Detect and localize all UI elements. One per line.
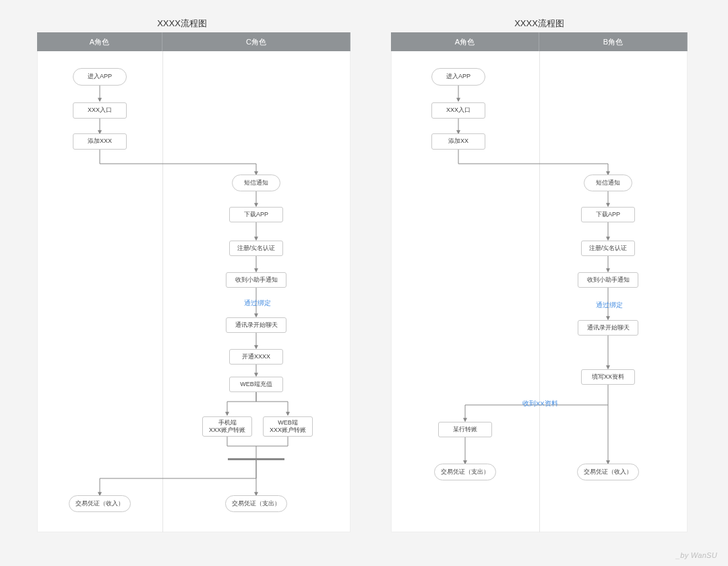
r-assistant: 收到小助手通知: [578, 272, 638, 288]
r-entry: XXX入口: [431, 102, 485, 119]
r-transfer: 某行转账: [438, 422, 492, 437]
l-topup: WEB端充值: [229, 377, 283, 392]
l-join-bar: [228, 458, 284, 460]
l-receipt-in: 交易凭证（收入）: [69, 495, 131, 512]
l-open: 开通XXXX: [229, 349, 283, 365]
r-lbl-recv: 收到XX资料: [522, 400, 558, 408]
watermark: _by WanSU: [676, 551, 717, 559]
r-register: 注册/实名认证: [581, 241, 635, 256]
r-download: 下载APP: [581, 207, 635, 222]
l-assistant: 收到小助手通知: [226, 272, 286, 288]
l-web-l1: WEB端: [278, 419, 298, 427]
left-title: XXXX流程图: [115, 18, 249, 30]
l-entry: XXX入口: [73, 102, 127, 119]
l-phone-l2: XXX账户转账: [209, 427, 245, 434]
l-receipt-out: 交易凭证（支出）: [225, 495, 287, 512]
l-phone: 手机端 XXX账户转账: [202, 416, 252, 437]
left-col-a: A角色: [37, 32, 162, 51]
r-receipt-out: 交易凭证（支出）: [434, 464, 496, 480]
r-receipt-in: 交易凭证（收入）: [577, 464, 639, 480]
right-col-b: B角色: [539, 32, 688, 51]
right-separator: [539, 51, 540, 532]
l-register: 注册/实名认证: [229, 241, 283, 256]
r-lbl-bind: 通过绑定: [596, 301, 623, 310]
left-col-c: C角色: [162, 32, 351, 51]
l-web: WEB端 XXX账户转账: [263, 416, 313, 437]
right-col-a: A角色: [391, 32, 539, 51]
diagram-canvas: XXXX流程图 A角色 C角色: [0, 0, 728, 566]
l-web-l2: XXX账户转账: [270, 427, 306, 434]
r-contacts: 通讯录开始聊天: [578, 320, 638, 336]
r-sms: 短信通知: [584, 175, 632, 191]
l-lbl-bind: 通过绑定: [244, 299, 271, 308]
r-enter: 进入APP: [431, 68, 485, 86]
l-download: 下载APP: [229, 207, 283, 222]
right-title: XXXX流程图: [472, 18, 607, 30]
l-enter: 进入APP: [73, 68, 127, 86]
left-separator: [162, 51, 163, 532]
r-add: 添加XX: [431, 133, 485, 150]
l-phone-l1: 手机端: [218, 419, 237, 427]
l-add: 添加XXX: [73, 133, 127, 150]
r-fill: 填写XX资料: [581, 369, 635, 385]
l-sms: 短信通知: [232, 175, 280, 191]
l-contacts: 通讯录开始聊天: [226, 317, 286, 333]
